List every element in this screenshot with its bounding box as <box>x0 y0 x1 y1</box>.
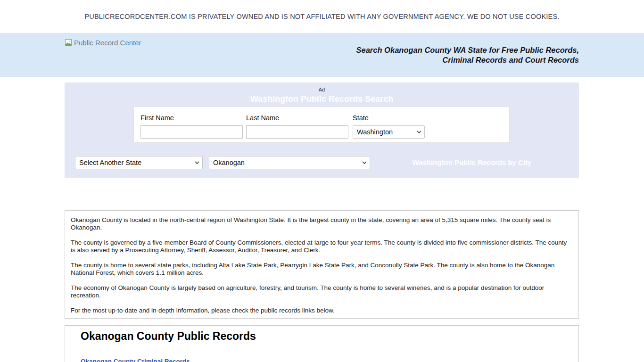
logo-alt-text: Public Record Center <box>74 39 141 47</box>
disclaimer-bar: PUBLICRECORDCENTER.COM IS PRIVATELY OWNE… <box>0 0 644 33</box>
county-paragraph: The county is governed by a five-member … <box>71 239 573 254</box>
ad-label: Ad <box>65 87 579 92</box>
county-select-wrap: Okanogan <box>209 156 370 169</box>
another-state-select-wrap: Select Another State <box>75 156 203 169</box>
another-state-select[interactable]: Select Another State <box>75 156 203 169</box>
search-form: First Name Last Name State Washington <box>133 107 510 143</box>
state-label: State <box>353 114 425 122</box>
first-name-group: First Name <box>140 114 243 139</box>
logo-link[interactable]: Public Record Center <box>65 39 141 47</box>
first-name-label: First Name <box>140 114 243 122</box>
records-section-heading: Okanogan County Public Records <box>81 330 256 343</box>
broken-image-icon <box>65 39 73 47</box>
last-name-label: Last Name <box>246 114 348 122</box>
county-paragraph: Okanogan County is located in the north-… <box>71 216 573 231</box>
criminal-records-link[interactable]: Okanogan County Criminal Records <box>81 358 190 362</box>
county-description-box: Okanogan County is located in the north-… <box>65 210 579 319</box>
site-header: Public Record Center Search Okanogan Cou… <box>0 33 644 77</box>
search-panel: Ad Washington Public Records Search Firs… <box>65 82 579 178</box>
state-select[interactable]: Washington <box>353 125 425 139</box>
first-name-input[interactable] <box>140 125 243 139</box>
state-select-wrap: Washington <box>353 125 425 139</box>
county-paragraph: The county is home to several state park… <box>71 262 573 277</box>
county-paragraph: For the most up-to-date and in-depth inf… <box>71 307 573 314</box>
search-panel-title: Washington Public Records Search <box>65 94 579 104</box>
page-tagline: Search Okanogan County WA State for Free… <box>353 45 579 65</box>
county-select[interactable]: Okanogan <box>209 156 370 169</box>
last-name-group: Last Name <box>246 114 348 139</box>
last-name-input[interactable] <box>246 125 348 139</box>
county-paragraph: The economy of Okanogan County is largel… <box>71 284 573 299</box>
records-section: Okanogan County Public Records Okanogan … <box>65 325 579 362</box>
records-by-city-label: Washington Public Records by City <box>406 158 538 166</box>
disclaimer-text: PUBLICRECORDCENTER.COM IS PRIVATELY OWNE… <box>84 13 559 20</box>
state-group: State Washington <box>353 114 425 139</box>
